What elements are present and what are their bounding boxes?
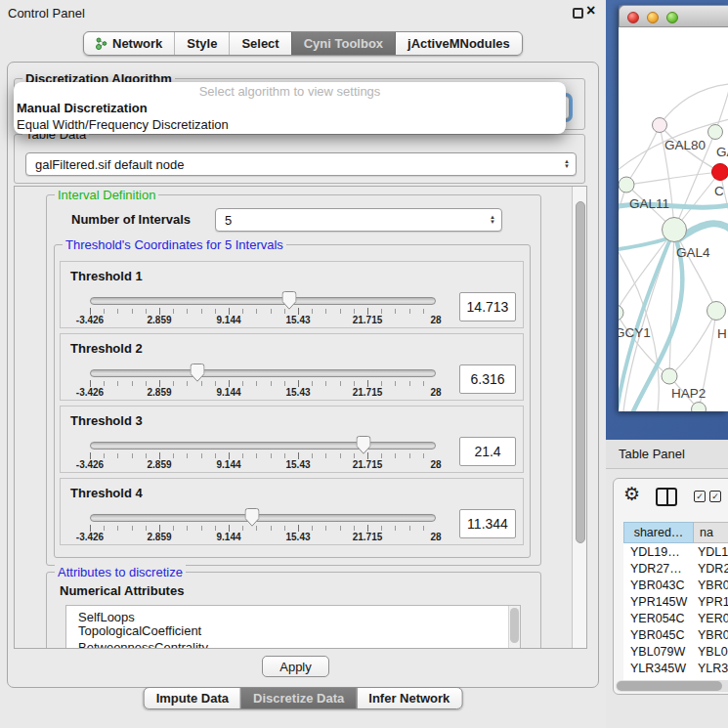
slider-track[interactable] [90,297,436,305]
tick-label: 15.43 [285,532,310,542]
tab-impute-data[interactable]: Impute Data [145,688,240,708]
vertical-scrollbar-thumb[interactable] [576,201,585,543]
column-header-name[interactable]: na [694,522,728,543]
number-of-intervals-select[interactable]: 5 ▲▼ [215,208,502,232]
node-label: C [714,184,724,198]
zoom-traffic-light-icon[interactable] [666,12,678,23]
node-attribute-table: shared… na YDL19…YDL1 YDR27…YDR2 YBR043C… [623,522,728,682]
tab-network[interactable]: Network [84,32,174,55]
node-gal80[interactable] [653,118,667,133]
network-canvas[interactable]: GAL80 GA C GAL11 GAL4 GCY1 H HAP2 [619,27,728,411]
table-rows: YDL19…YDL1 YDR27…YDR2 YBR043CYBR0 YPR145… [623,543,728,682]
table-row[interactable]: YER054CYER0 [623,610,728,626]
combo-stepper-icon: ▲▼ [564,159,570,169]
threshold-1-slider[interactable] [90,297,436,305]
list-scrollbar[interactable] [508,606,520,649]
threshold-4-label: Threshold 4 [70,486,143,500]
minimize-traffic-light-icon[interactable] [647,12,659,23]
table-panel-body: ⚙ ✓ ✓ shared… na YDL19…YDL1 YDR27…YDR2 Y… [613,478,728,695]
dropdown-option-equal-width[interactable]: Equal Width/Frequency Discretization [14,116,566,133]
node-gcy1[interactable] [619,305,623,321]
table-row[interactable]: YDR27…YDR2 [623,560,728,577]
tick-label: 2.859 [147,532,171,542]
node-ga[interactable] [708,125,723,140]
network-graph[interactable]: GAL80 GA C GAL11 GAL4 GCY1 H HAP2 [619,27,728,411]
threshold-3-slider[interactable] [90,442,436,450]
vertical-scrollbar[interactable] [572,187,587,648]
node-gal4[interactable] [663,218,687,242]
close-traffic-light-icon[interactable] [627,12,639,23]
table-row[interactable]: YBR043CYBR0 [623,577,728,593]
table-row[interactable]: YBR045CYBR0 [623,626,728,643]
table-data-select-value: galFiltered.sif default node [35,157,184,172]
threshold-4-slider[interactable] [90,514,436,522]
tick-label: -3.426 [76,532,104,542]
interval-definition-group-title: Interval Definition [55,188,158,202]
tick-label: 15.43 [285,459,310,470]
tab-discretize-data[interactable]: Discretize Data [240,688,356,708]
list-item[interactable]: TopologicalCoefficient [66,622,520,639]
checkbox-icon[interactable]: ✓ [709,491,721,502]
list-item[interactable]: BetweennessCentrality [66,639,520,649]
node-label: GAL80 [664,138,706,152]
table-data-group: Table Data galFiltered.sif default node … [14,134,585,184]
node-label: GAL4 [676,245,710,260]
split-columns-icon[interactable] [656,488,677,506]
threshold-3-panel: Threshold 3 -3.426 2.859 9.144 15.43 21.… [60,406,524,473]
network-icon [96,36,107,51]
list-item[interactable]: SelfLoops [66,606,520,622]
float-window-icon[interactable] [573,8,583,19]
number-of-intervals-value: 5 [225,213,232,228]
column-header-shared-name[interactable]: shared… [623,522,694,543]
numerical-attributes-list[interactable]: SelfLoops TopologicalCoefficient Between… [65,605,521,649]
close-icon[interactable]: × [586,2,595,20]
panel-title: Control Panel [8,6,85,21]
threshold-4-value-field[interactable]: 11.344 [459,509,516,538]
list-scrollbar-thumb[interactable] [510,608,519,643]
bottom-tab-bar: Impute Data Discretize Data Infer Networ… [144,687,463,709]
threshold-3-label: Threshold 3 [70,413,143,428]
dropdown-option-manual-discretization[interactable]: Manual Discretization [14,100,566,116]
tick-label: -3.426 [76,387,104,398]
tab-cyni-toolbox[interactable]: Cyni Toolbox [291,32,395,55]
gear-icon[interactable]: ⚙ [623,483,640,505]
tab-style[interactable]: Style [174,32,229,55]
settings-scroll-area: Interval Definition Number of Intervals … [14,186,587,649]
checkbox-icon[interactable]: ✓ [694,491,706,502]
table-row[interactable]: YLR345WYLR3 [623,660,728,676]
table-data-select[interactable]: galFiltered.sif default node ▲▼ [25,152,577,176]
threshold-2-value-field[interactable]: 6.316 [459,364,516,394]
threshold-2-label: Threshold 2 [70,341,143,356]
slider-track[interactable] [90,369,436,377]
horizontal-scrollbar-thumb[interactable] [617,681,722,691]
node-red-selected[interactable] [712,164,728,181]
tab-jactivemnodules[interactable]: jActiveMNodules [395,32,522,55]
slider-major-ticks [90,308,437,315]
tab-infer-network[interactable]: Infer Network [356,688,461,708]
control-panel: Control Panel × Network Style Select Cyn… [0,0,606,728]
slider-track[interactable] [90,442,436,450]
threshold-4-panel: Threshold 4 -3.426 2.859 9.144 15.43 21.… [60,478,524,545]
threshold-2-slider[interactable] [90,369,436,377]
horizontal-scrollbar[interactable] [616,680,728,692]
apply-button[interactable]: Apply [262,656,329,677]
tick-label: 9.144 [216,315,240,325]
node-gal11[interactable] [619,177,634,193]
table-row[interactable]: YPR145WYPR1 [623,593,728,610]
tick-label: 2.859 [147,315,171,325]
node-h[interactable] [707,302,726,321]
tick-label: 15.43 [285,387,310,398]
tab-select[interactable]: Select [229,32,290,55]
table-row[interactable]: YBL079WYBL0 [623,643,728,660]
slider-track[interactable] [90,514,436,522]
desktop-background: GAL80 GA C GAL11 GAL4 GCY1 H HAP2 [606,0,728,440]
tick-label: 28 [430,315,441,325]
threshold-1-value-field[interactable]: 14.713 [459,292,516,321]
network-window-titlebar[interactable] [619,5,728,27]
threshold-3-value-field[interactable]: 21.4 [459,437,516,466]
tick-label: -3.426 [76,315,104,325]
table-row[interactable]: YDL19…YDL1 [623,543,728,560]
tick-label: 21.715 [353,315,383,325]
node-hap2[interactable] [662,368,677,384]
top-tab-bar: Network Style Select Cyni Toolbox jActiv… [83,31,523,56]
